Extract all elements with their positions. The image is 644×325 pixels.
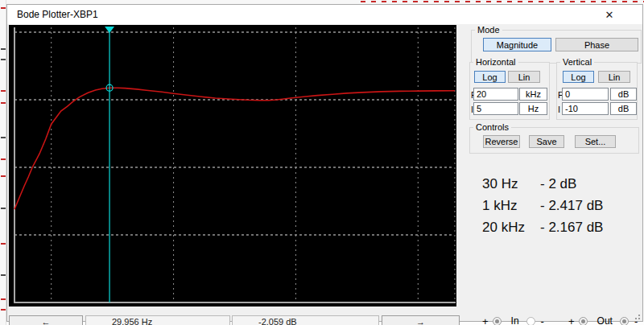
horizontal-group: Horizontal Log Lin F kHz I Hz — [469, 62, 550, 120]
out-plus-label: + — [568, 315, 575, 325]
controls-group-label: Controls — [473, 122, 511, 133]
controls-group: Controls Reverse Save Set... — [469, 127, 639, 154]
horizontal-i-input[interactable] — [473, 102, 518, 115]
cursor-frequency-readout: 29.956 Hz — [85, 315, 230, 325]
cursor-right-button[interactable]: → — [382, 315, 460, 325]
plot-cursor[interactable] — [105, 27, 114, 302]
vertical-i-label: I — [558, 105, 560, 114]
measurement-value: - 2 dB — [540, 176, 576, 192]
measurement-freq: 20 kHz — [482, 220, 540, 236]
horizontal-lin-button[interactable]: Lin — [508, 71, 540, 83]
out-plus-terminal[interactable] — [579, 317, 588, 325]
save-button[interactable]: Save — [529, 135, 564, 148]
title-bar[interactable]: Bode Plotter-XBP1 ✕ — [7, 5, 642, 24]
cursor-left-button[interactable]: ← — [9, 315, 83, 325]
vertical-log-button[interactable]: Log — [563, 71, 594, 83]
measurement-freq: 30 Hz — [482, 176, 540, 192]
measurement-row: 1 kHz - 2.417 dB — [482, 195, 603, 216]
measurement-annotations: 30 Hz - 2 dB 1 kHz - 2.417 dB 20 kHz - 2… — [482, 173, 603, 238]
vertical-i-unit: dB — [610, 102, 637, 115]
phase-button[interactable]: Phase — [555, 38, 638, 51]
vertical-f-unit: dB — [610, 88, 637, 101]
cursor-value-readout: -2.059 dB — [232, 315, 379, 325]
background-workspace-left — [0, 0, 6, 325]
in-minus-terminal[interactable] — [526, 317, 535, 325]
close-icon[interactable]: ✕ — [602, 7, 617, 22]
horizontal-group-label: Horizontal — [473, 57, 518, 68]
measurement-row: 30 Hz - 2 dB — [482, 173, 603, 195]
horizontal-f-input[interactable] — [473, 88, 518, 101]
bode-plotter-window: Bode Plotter-XBP1 ✕ Mode Magnitude Phase… — [6, 4, 643, 322]
measurement-row: 20 kHz - 2.167 dB — [482, 216, 603, 238]
vertical-lin-button[interactable]: Lin — [598, 71, 630, 83]
resize-grip[interactable] — [632, 311, 640, 319]
in-plus-terminal[interactable] — [493, 317, 502, 325]
reverse-button[interactable]: Reverse — [483, 135, 520, 148]
bode-plot-area[interactable] — [9, 25, 456, 306]
vertical-f-input[interactable] — [562, 88, 609, 101]
in-plus-label: + — [482, 315, 489, 325]
mode-group-label: Mode — [475, 25, 502, 35]
measurement-value: - 2.417 dB — [540, 198, 603, 214]
vertical-i-input[interactable] — [562, 102, 609, 115]
vertical-group: Vertical Log Lin F dB I dB — [556, 62, 638, 120]
magnitude-button[interactable]: Magnitude — [483, 38, 551, 51]
in-label: In — [511, 315, 519, 325]
window-title: Bode Plotter-XBP1 — [17, 9, 98, 20]
in-minus-label: - — [541, 315, 544, 325]
horizontal-f-unit: kHz — [519, 88, 547, 101]
horizontal-log-button[interactable]: Log — [474, 71, 506, 83]
screen: Bode Plotter-XBP1 ✕ Mode Magnitude Phase… — [0, 0, 644, 325]
out-minus-terminal[interactable] — [620, 317, 629, 325]
set-button[interactable]: Set... — [575, 135, 616, 148]
measurement-freq: 1 kHz — [482, 198, 540, 214]
out-label: Out — [597, 315, 613, 325]
vertical-group-label: Vertical — [560, 57, 594, 68]
measurement-value: - 2.167 dB — [540, 220, 603, 236]
horizontal-i-unit: Hz — [519, 102, 547, 115]
bode-plot-svg[interactable] — [9, 25, 456, 306]
terminal-strip: + In - + Out - — [482, 315, 638, 325]
